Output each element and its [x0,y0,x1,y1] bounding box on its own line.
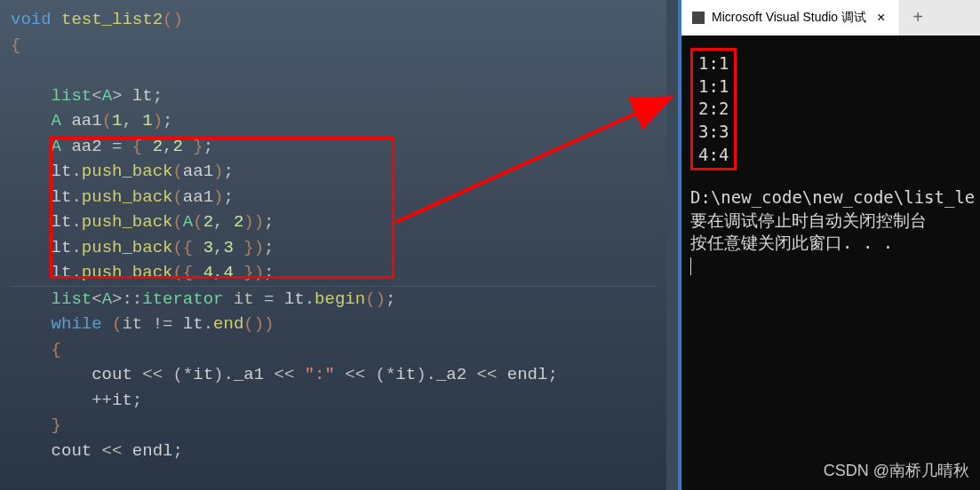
code-line: cout << (*it)._a1 << ":" << (*it)._a2 <<… [11,362,656,388]
code-line: { [11,33,656,59]
code-line: list<A> lt; [11,83,656,109]
output-line: 1:1 [698,75,729,99]
console-cursor [690,257,691,275]
code-line [11,58,656,83]
code-line: } [11,413,656,439]
code-line: list<A>::iterator it = lt.begin(); [11,287,656,312]
code-editor[interactable]: void test_list2(){ list<A> lt; A aa1(1, … [0,0,666,490]
output-line: 1:1 [698,52,729,75]
tab-title: Microsoft Visual Studio 调试 [712,10,866,26]
code-line: lt.push_back(aa1); [11,159,656,185]
code-line: lt.push_back(aa1); [11,185,656,210]
debug-console: Microsoft Visual Studio 调试 × + 1:1 1:1 2… [678,0,980,490]
output-highlight-box: 1:1 1:1 2:2 3:3 4:4 [690,48,737,170]
code-line: ++it; [11,388,656,414]
new-tab-button[interactable]: + [900,0,936,36]
code-line: A aa2 = { 2,2 }; [11,134,656,160]
code-line: lt.push_back({ 3,3 }); [11,235,656,261]
console-tab-bar: Microsoft Visual Studio 调试 × + [681,0,980,36]
console-tab[interactable]: Microsoft Visual Studio 调试 × [681,0,900,36]
code-line: while (it != lt.end()) [11,312,656,337]
output-line: 4:4 [698,144,729,167]
console-path: D:\new_code\new_code\list_le [690,186,971,209]
console-icon [692,12,705,24]
code-line: void test_list2() [11,7,656,33]
code-line: { [11,337,656,363]
code-line: lt.push_back(A(2, 2)); [11,209,656,235]
code-line: lt.push_back({ 4,4 }); [11,260,656,286]
console-msg: 要在调试停止时自动关闭控制台 [690,209,971,233]
code-line: cout << endl; [11,439,656,464]
console-body: 1:1 1:1 2:2 3:3 4:4 D:\new_code\new_code… [681,36,980,290]
output-line: 2:2 [698,98,729,121]
watermark: CSDN @南桥几晴秋 [824,460,969,481]
close-icon[interactable]: × [873,10,888,26]
console-msg: 按任意键关闭此窗口. . . [690,232,971,255]
code-line: A aa1(1, 1); [11,108,656,134]
output-line: 3:3 [698,121,729,144]
